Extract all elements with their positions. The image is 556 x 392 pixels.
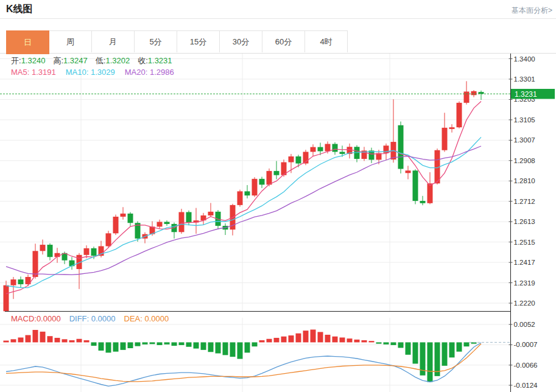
ma20-label: MA20: [125,68,148,77]
candle [157,222,163,227]
ohlc-readout: 开:1.3240高:1.3247低:1.3202收:1.3231 [11,55,180,66]
candle [325,144,331,151]
macd-bar [40,332,46,343]
macd-bar [77,339,82,343]
macd-bar [384,342,389,344]
candle [128,214,133,223]
candle [245,191,250,195]
macd-bar [376,342,382,343]
macd-bar [406,342,411,354]
candle [164,222,170,224]
ma-readout: MA5: 1.3191MA10: 1.3029MA20: 1.2986 [11,68,174,77]
macd-bar [259,340,265,342]
candle [340,152,345,153]
candle [464,91,470,102]
candle [121,214,126,217]
candle [413,170,418,201]
macd-bar [150,342,155,344]
candle [179,212,185,232]
macd-bar [347,338,353,342]
tab-4hour[interactable]: 4时 [305,30,348,52]
macd-bar [230,342,236,357]
diff-label: DIFF: [69,314,90,323]
ma10-label: MA10: [66,68,89,77]
dea-label: DEA: [124,314,143,323]
high-value: 1.3247 [63,56,88,65]
price-tick-label: 1.2515 [514,239,535,246]
candle [252,179,258,195]
macd-bar [442,342,448,365]
tab-60min[interactable]: 60分 [262,30,305,52]
macd-axis: 0.0052-0.0007-0.0066-0.0124 [509,321,538,389]
macd-bar [333,337,338,343]
macd-bar [289,335,294,342]
open-label: 开: [11,56,21,65]
macd-bar [223,342,228,355]
candle [4,285,9,312]
macd-tick-label: -0.0007 [514,341,538,348]
low-label: 低: [96,56,106,65]
open-value: 1.3240 [21,56,46,65]
macd-tick-label: 0.0052 [514,321,535,328]
candle [311,147,316,152]
macd-bar [252,342,258,346]
tab-month[interactable]: 月 [92,30,135,52]
price-tick-label: 1.3007 [514,136,535,144]
fundamental-analysis-link[interactable]: 基本面分析> [512,5,552,16]
macd-bar [354,340,360,343]
dea-value: 0.0000 [145,314,169,323]
macd-bar [186,342,192,346]
ma5-value: 1.3191 [32,68,56,77]
candle [48,245,53,257]
macd-bar [340,337,345,342]
price-tick-label: 1.2417 [514,259,535,266]
macd-bar [216,342,221,353]
macd-bar [318,332,323,342]
macd-readout: MACD:0.0000DIFF: 0.0000DEA: 0.0000 [11,314,169,323]
tab-30min[interactable]: 30分 [220,30,262,52]
candle [398,125,404,169]
tab-week[interactable]: 周 [49,30,92,52]
tab-5min[interactable]: 5分 [135,30,177,52]
macd-bar [245,342,250,352]
candle [457,103,462,127]
macd-tick-label: -0.0066 [514,362,538,369]
candle [428,183,433,203]
tab-day[interactable]: 日 [6,30,49,54]
candle [113,217,119,233]
macd-bar [267,339,272,343]
candle [259,179,265,185]
macd-bar [303,331,309,342]
high-label: 高: [53,56,63,65]
macd-bar [428,342,433,382]
macd-bar [143,342,148,344]
price-tick-label: 1.2908 [514,157,535,164]
candle [208,212,214,215]
candle [91,248,97,256]
candle [84,248,90,255]
macd-tick-label: -0.0124 [514,382,538,389]
macd-bar [413,342,418,363]
macd-bar [11,339,16,342]
macd-bar [179,342,185,345]
price-tick-label: 1.2712 [514,198,535,205]
macd-bar [281,337,287,343]
macd-bar [106,342,111,352]
macd-bar [172,342,177,346]
tab-15min[interactable]: 15分 [177,30,220,52]
ma20-value: 1.2986 [150,68,174,77]
price-tick-label: 1.2220 [514,299,535,307]
macd-bar [208,342,214,352]
price-tick-label: 1.3301 [514,75,535,83]
candle [267,171,272,185]
macd-bar [457,342,462,351]
candle [289,156,294,163]
macd-bar [325,335,331,342]
close-value: 1.3231 [148,56,172,65]
macd-bar [121,342,126,349]
macd-bar [398,342,404,348]
page-title: K线图 [6,3,33,16]
macd-bar [464,342,470,346]
price-tick-label: 1.3105 [514,116,535,124]
macd-bar [201,342,206,349]
